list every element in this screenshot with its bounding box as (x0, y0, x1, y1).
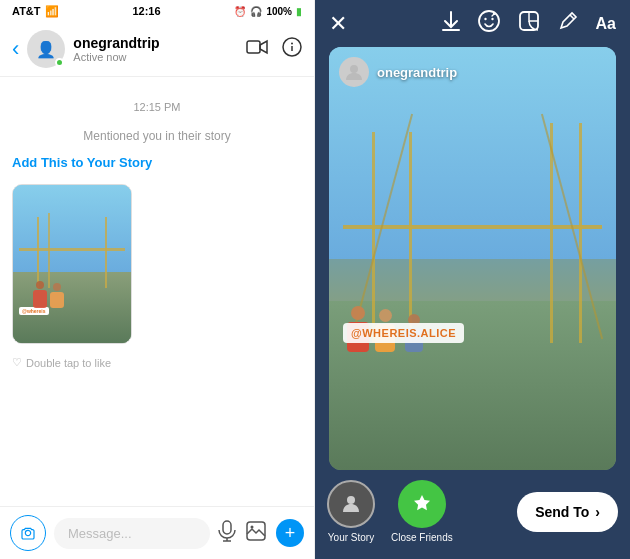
svg-point-13 (491, 18, 493, 20)
svg-rect-0 (247, 41, 260, 53)
avatar: 👤 (27, 30, 65, 68)
close-friends-label: Close Friends (391, 532, 453, 543)
time-text: 12:16 (132, 5, 160, 17)
text-button[interactable]: Aa (596, 15, 616, 33)
svg-point-11 (479, 11, 499, 31)
story-background: onegrandtrip @WHEREIS.ALICE (329, 47, 616, 470)
wifi-icon: 📶 (45, 5, 59, 18)
header-actions (246, 37, 302, 62)
story-toolbar: ✕ (315, 0, 630, 47)
svg-point-4 (25, 530, 30, 535)
battery-text: 100% (266, 6, 292, 17)
right-panel: ✕ (315, 0, 630, 559)
carrier-text: AT&T (12, 5, 41, 17)
heart-icon: ♡ (12, 356, 22, 369)
toolbar-actions-right: Aa (442, 10, 616, 37)
story-user-row: onegrandtrip (339, 57, 457, 87)
draw-button[interactable] (558, 11, 578, 36)
mention-text: Mentioned you in their story (12, 129, 302, 143)
close-friends-option[interactable]: Close Friends (391, 480, 453, 543)
send-to-label: Send To (535, 504, 589, 520)
messages-area: 12:15 PM Mentioned you in their story Ad… (0, 77, 314, 506)
double-tap-hint: ♡ Double tap to like (12, 356, 302, 369)
contact-name: onegrandtrip (73, 35, 238, 51)
story-image: @whereis (13, 185, 131, 343)
your-story-option[interactable]: Your Story (327, 480, 375, 543)
emoji-face-button[interactable] (478, 10, 500, 37)
header-info: onegrandtrip Active now (73, 35, 238, 63)
battery-icon: ▮ (296, 6, 302, 17)
story-avatar (339, 57, 369, 87)
status-left: AT&T 📶 (12, 5, 59, 18)
mic-button[interactable] (218, 520, 236, 547)
status-right: ⏰ 🎧 100% ▮ (234, 6, 302, 17)
story-mention-tag[interactable]: @WHEREIS.ALICE (343, 323, 464, 343)
video-call-button[interactable] (246, 37, 268, 62)
send-to-chevron: › (595, 504, 600, 520)
info-button[interactable] (282, 37, 302, 62)
story-card-preview[interactable]: @whereis (12, 184, 132, 344)
send-to-button[interactable]: Send To › (517, 492, 618, 532)
close-friends-circle (398, 480, 446, 528)
alarm-icon: ⏰ (234, 6, 246, 17)
gallery-button[interactable] (246, 521, 266, 546)
svg-point-16 (347, 496, 355, 504)
story-username: onegrandtrip (377, 65, 457, 80)
your-story-label: Your Story (328, 532, 374, 543)
chat-header: ‹ 👤 onegrandtrip Active now (0, 22, 314, 77)
download-button[interactable] (442, 11, 460, 36)
avatar-placeholder-icon: 👤 (36, 40, 56, 59)
message-input-bar: Message... + (0, 506, 314, 559)
back-button[interactable]: ‹ (12, 36, 19, 62)
close-story-button[interactable]: ✕ (329, 11, 347, 37)
svg-rect-5 (223, 521, 231, 534)
svg-point-12 (484, 18, 486, 20)
svg-point-9 (251, 525, 254, 528)
story-bottom-bar: Your Story Close Friends Send To › (315, 470, 630, 559)
active-status: Active now (73, 51, 238, 63)
online-indicator (55, 58, 64, 67)
timestamp: 12:15 PM (12, 101, 302, 113)
your-story-circle (327, 480, 375, 528)
camera-button[interactable] (10, 515, 46, 551)
svg-point-15 (350, 65, 358, 73)
story-tag-small: @whereis (19, 307, 49, 315)
input-icons: + (218, 519, 304, 547)
sticker-button[interactable] (518, 10, 540, 37)
story-view: onegrandtrip @WHEREIS.ALICE (329, 47, 616, 470)
svg-point-3 (291, 42, 293, 44)
status-bar: AT&T 📶 12:16 ⏰ 🎧 100% ▮ (0, 0, 314, 22)
message-input[interactable]: Message... (54, 518, 210, 549)
left-panel: AT&T 📶 12:16 ⏰ 🎧 100% ▮ ‹ 👤 onegrandtrip… (0, 0, 315, 559)
plus-button[interactable]: + (276, 519, 304, 547)
add-story-link[interactable]: Add This to Your Story (12, 155, 302, 170)
headphone-icon: 🎧 (250, 6, 262, 17)
